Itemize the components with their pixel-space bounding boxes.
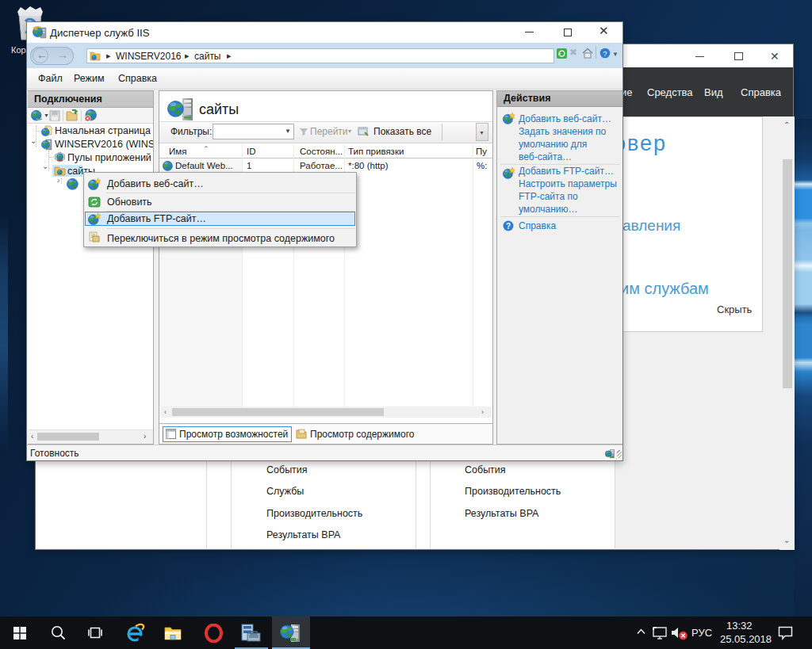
svg-text:?: ? xyxy=(506,222,511,231)
svg-text:?: ? xyxy=(603,49,607,58)
